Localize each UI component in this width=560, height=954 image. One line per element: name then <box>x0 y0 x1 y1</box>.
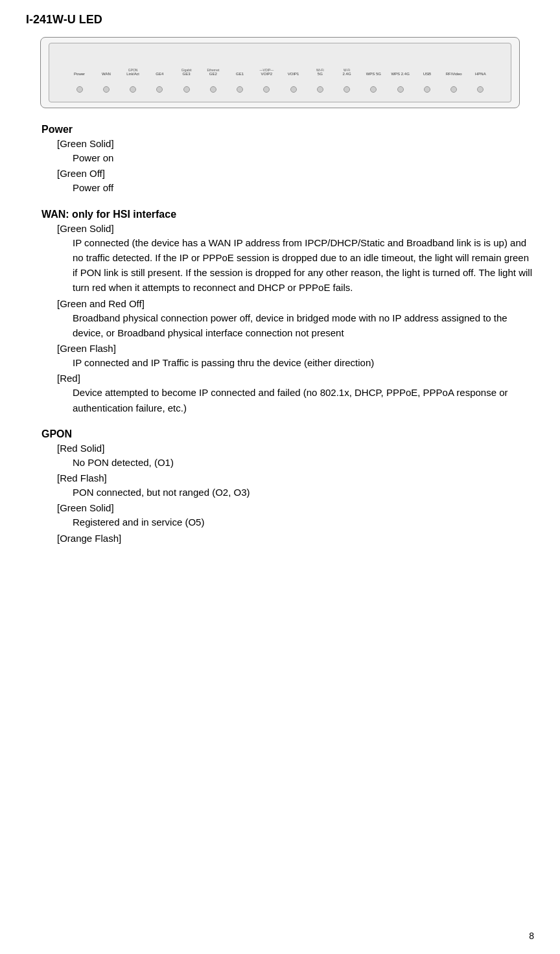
page-title: I-241W-U LED <box>26 13 534 27</box>
led-dot-5 <box>183 86 190 93</box>
section-wan: WAN: only for HSI interface [Green Solid… <box>26 209 534 415</box>
device-image: Power WAN GPON Link/Act GE4 Gigabit GE3 … <box>40 37 520 108</box>
led-label-voip: —VOIP— VOIP2 <box>253 68 280 76</box>
led-label-wifi24: W-Fi 2.4G <box>334 68 360 76</box>
led-label-ge4: GE4 <box>146 72 173 76</box>
page-number: 8 <box>529 931 534 941</box>
led-label-rfvideo: RF/Video <box>441 72 467 76</box>
led-label-voip1: VOIP1 <box>280 72 307 76</box>
led-dot-12 <box>370 86 377 93</box>
led-dot-1 <box>76 86 83 93</box>
gpon-state-3-desc: Registered and in service (O5) <box>73 515 534 529</box>
wan-state-2-label: [Green and Red Off] <box>57 298 534 309</box>
led-label-power: Power <box>66 72 93 76</box>
power-state-1-label: [Green Solid] <box>57 138 534 149</box>
led-label-wan: WAN <box>93 72 119 76</box>
led-label-ge3: Gigabit GE3 <box>173 68 200 76</box>
wan-state-1-desc: IP connected (the device has a WAN IP ad… <box>73 235 534 296</box>
led-dot-9 <box>290 86 297 93</box>
led-dot-16 <box>477 86 484 93</box>
led-label-hpna: HPNA <box>467 72 494 76</box>
power-state-1-desc: Power on <box>73 150 534 165</box>
led-label-usb: USB <box>414 72 440 76</box>
led-label-wps24: WPS 2.4G <box>387 72 414 76</box>
gpon-title: GPON <box>41 428 534 440</box>
led-dot-2 <box>103 86 110 93</box>
led-label-ge2: Ethernet GE2 <box>200 68 226 76</box>
gpon-state-1-label: [Red Solid] <box>57 443 534 454</box>
led-label-ge1: GE1 <box>227 72 253 76</box>
wan-title: WAN: only for HSI interface <box>41 209 534 220</box>
led-dot-10 <box>317 86 323 93</box>
led-dot-4 <box>156 86 163 93</box>
power-state-2-label: [Green Off] <box>57 168 534 179</box>
section-gpon: GPON [Red Solid] No PON detected, (O1) [… <box>26 428 534 544</box>
gpon-state-2-label: [Red Flash] <box>57 472 534 483</box>
led-dot-11 <box>344 86 350 93</box>
gpon-state-3-label: [Green Solid] <box>57 502 534 513</box>
led-dot-7 <box>237 86 243 93</box>
led-dot-13 <box>397 86 404 93</box>
wan-state-1-label: [Green Solid] <box>57 223 534 234</box>
wan-state-2-desc: Broadband physical connection power off,… <box>73 310 534 341</box>
wan-state-3-label: [Green Flash] <box>57 343 534 354</box>
wan-state-4-label: [Red] <box>57 373 534 384</box>
gpon-state-2-desc: PON connected, but not ranged (O2, O3) <box>73 485 534 500</box>
led-dot-3 <box>130 86 136 93</box>
led-dot-8 <box>263 86 270 93</box>
led-dot-6 <box>210 86 216 93</box>
section-power: Power [Green Solid] Power on [Green Off]… <box>26 124 534 196</box>
gpon-state-1-desc: No PON detected, (O1) <box>73 455 534 470</box>
led-label-wps5g: WPS 5G <box>360 72 387 76</box>
led-dot-15 <box>450 86 457 93</box>
led-dot-14 <box>424 86 430 93</box>
power-state-2-desc: Power off <box>73 180 534 195</box>
gpon-state-4-label: [Orange Flash] <box>57 533 534 544</box>
wan-state-3-desc: IP connected and IP Traffic is passing t… <box>73 355 534 370</box>
led-label-wifi5g: Wi-Fi 5G <box>307 68 333 76</box>
led-label-gpon: GPON Link/Act <box>120 68 146 76</box>
power-title: Power <box>41 124 534 135</box>
wan-state-4-desc: Device attempted to become IP connected … <box>73 385 534 415</box>
